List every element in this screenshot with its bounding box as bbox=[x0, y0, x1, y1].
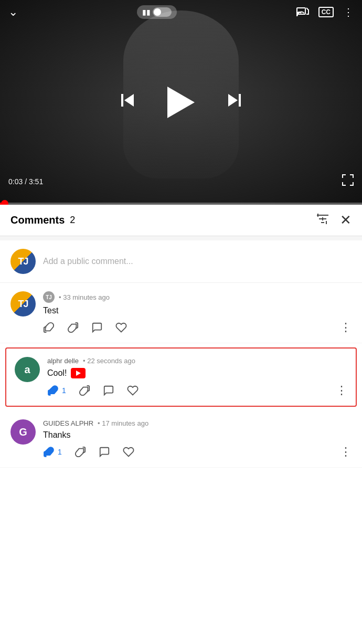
more-options-icon-3[interactable]: ⋮ bbox=[340, 445, 352, 459]
comment-author-badge: TJ bbox=[43, 291, 55, 303]
comment-actions: ⋮ bbox=[43, 321, 352, 334]
progress-fill bbox=[0, 203, 5, 205]
video-top-left: ⌄ bbox=[8, 5, 18, 19]
comment-input-row: TJ Add a public comment... bbox=[0, 240, 362, 283]
comment-body-3: GUIDES ALPHR • 17 minutes ago Thanks 1 bbox=[43, 419, 352, 459]
like-count-3: 1 bbox=[58, 448, 62, 456]
reply-button-3[interactable] bbox=[99, 446, 110, 458]
heart-button-3[interactable] bbox=[123, 446, 134, 458]
comment-text-3: Thanks bbox=[43, 430, 352, 440]
svg-marker-5 bbox=[228, 94, 238, 107]
video-top-right: CC ⋮ bbox=[296, 6, 354, 19]
youtube-logo-inline bbox=[71, 368, 86, 378]
comment-author-3: GUIDES ALPHR bbox=[43, 419, 93, 427]
comment-actions-2: 1 ⋮ bbox=[47, 384, 347, 397]
current-user-avatar: TJ bbox=[10, 249, 36, 274]
comment-avatar-tj: TJ bbox=[10, 291, 36, 316]
like-count-2: 1 bbox=[62, 386, 66, 395]
comment-time-2: • 22 seconds ago bbox=[83, 357, 135, 365]
comment-meta: TJ • 33 minutes ago bbox=[43, 291, 352, 303]
comment-meta-3: GUIDES ALPHR • 17 minutes ago bbox=[43, 419, 352, 427]
comment-actions-3: 1 ⋮ bbox=[43, 445, 352, 459]
heart-button[interactable] bbox=[115, 322, 127, 333]
comment-time-3: • 17 minutes ago bbox=[98, 419, 148, 427]
reply-button[interactable] bbox=[91, 322, 103, 333]
progress-dot bbox=[1, 200, 8, 205]
comments-header-icons: ✕ bbox=[316, 212, 352, 228]
fullscreen-icon[interactable] bbox=[342, 174, 354, 189]
svg-marker-3 bbox=[124, 94, 134, 107]
separator bbox=[0, 236, 362, 240]
more-options-icon-2[interactable]: ⋮ bbox=[336, 384, 347, 397]
filter-icon[interactable] bbox=[316, 213, 329, 228]
svg-rect-2 bbox=[121, 94, 123, 107]
video-top-controls: ⌄ ▮▮ CC ⋮ bbox=[0, 0, 362, 24]
cc-icon[interactable]: CC bbox=[318, 7, 334, 17]
like-button-3[interactable]: 1 bbox=[43, 446, 62, 458]
time-display: 0:03 / 3:51 bbox=[8, 177, 43, 186]
comment-item-3: G GUIDES ALPHR • 17 minutes ago Thanks 1 bbox=[0, 411, 362, 468]
video-bottom-controls: 0:03 / 3:51 bbox=[0, 174, 362, 189]
heart-button-2[interactable] bbox=[127, 385, 139, 396]
comment-text-2: Cool! bbox=[47, 368, 347, 378]
comment-avatar-g: G bbox=[10, 419, 36, 445]
chevron-down-icon[interactable]: ⌄ bbox=[8, 5, 18, 19]
dislike-button-3[interactable] bbox=[74, 446, 86, 458]
dislike-button-2[interactable] bbox=[79, 385, 90, 396]
comment-input-placeholder[interactable]: Add a public comment... bbox=[43, 257, 352, 266]
comment-item-highlighted: a alphr delle • 22 seconds ago Cool! 1 bbox=[5, 347, 357, 407]
comment-avatar-a: a bbox=[15, 357, 40, 382]
comment-author-2: alphr delle bbox=[47, 357, 79, 365]
more-options-icon[interactable]: ⋮ bbox=[340, 321, 352, 334]
reply-button-2[interactable] bbox=[103, 385, 114, 396]
like-button-2[interactable]: 1 bbox=[47, 385, 66, 396]
dislike-button[interactable] bbox=[67, 322, 79, 333]
cast-icon[interactable] bbox=[296, 6, 309, 19]
comment-text: Test bbox=[43, 306, 352, 315]
comment-item: TJ TJ • 33 minutes ago Test bbox=[0, 283, 362, 343]
pause-toggle[interactable]: ▮▮ bbox=[137, 5, 177, 19]
comment-body: TJ • 33 minutes ago Test bbox=[43, 291, 352, 334]
skip-previous-icon[interactable] bbox=[119, 92, 136, 113]
video-player: ⌄ ▮▮ CC ⋮ bbox=[0, 0, 362, 205]
close-icon[interactable]: ✕ bbox=[340, 212, 352, 228]
comments-header: Comments 2 ✕ bbox=[0, 205, 362, 236]
highlighted-comment-wrapper: a alphr delle • 22 seconds ago Cool! 1 bbox=[0, 343, 362, 411]
comment-body-2: alphr delle • 22 seconds ago Cool! 1 bbox=[47, 357, 347, 397]
toggle-knob bbox=[153, 7, 172, 17]
like-button[interactable] bbox=[43, 322, 55, 333]
svg-rect-4 bbox=[239, 94, 241, 107]
comment-meta-2: alphr delle • 22 seconds ago bbox=[47, 357, 347, 365]
progress-bar[interactable] bbox=[0, 203, 362, 205]
play-button[interactable] bbox=[167, 87, 195, 118]
comments-title-area: Comments 2 bbox=[10, 214, 75, 226]
comment-time: • 33 minutes ago bbox=[59, 293, 110, 301]
video-center-controls bbox=[119, 87, 243, 118]
more-vertical-icon[interactable]: ⋮ bbox=[343, 6, 354, 18]
comments-count: 2 bbox=[70, 215, 75, 226]
skip-next-icon[interactable] bbox=[226, 92, 243, 113]
comments-title: Comments bbox=[10, 214, 65, 226]
pause-icon: ▮▮ bbox=[142, 8, 151, 16]
